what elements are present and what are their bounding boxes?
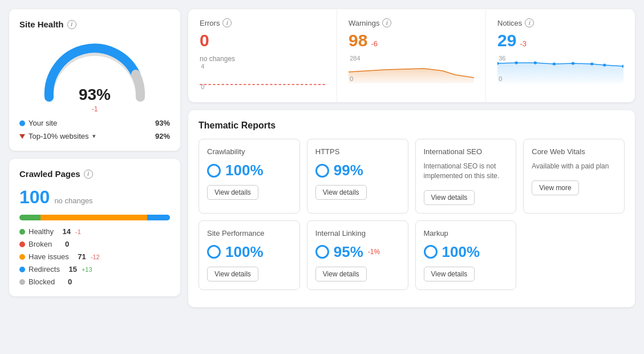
warnings-delta: -6: [371, 39, 378, 48]
core-web-vitals-btn[interactable]: View more: [532, 180, 578, 195]
internal-linking-label: Internal Linking: [315, 229, 400, 238]
stat-have-issues: Have issues 71 -12: [19, 252, 170, 261]
gauge-percent: 93%: [79, 86, 111, 103]
svg-point-13: [603, 64, 606, 67]
broken-label: Broken: [29, 240, 52, 248]
thematic-row-2: Site Performance 100% View details Inter…: [199, 220, 625, 290]
intl-seo-note: International SEO is not implemented on …: [424, 162, 508, 181]
top10-value: 92%: [155, 132, 170, 140]
stat-redirects: Redirects 15 +13: [19, 265, 170, 273]
crawlability-label: Crawlability: [207, 147, 291, 156]
errors-number: 0: [200, 31, 209, 50]
metrics-row: Errors i 0 no changes 4 0 Warnings i: [188, 9, 635, 102]
svg-point-12: [590, 63, 594, 66]
markup-pct: 100%: [424, 243, 508, 261]
errors-label: Errors i: [200, 18, 325, 27]
https-view-btn[interactable]: View details: [315, 185, 367, 200]
crawled-pages-card: Crawled Pages i 100 no changes Healthy 1…: [9, 159, 180, 296]
thematic-reports-card: Thematic Reports Crawlability 100% View …: [188, 110, 635, 307]
redirects-dot: [19, 267, 25, 272]
crawlability-view-btn[interactable]: View details: [207, 185, 258, 200]
core-web-vitals-label: Core Web Vitals: [532, 147, 616, 156]
redirects-delta: +13: [82, 266, 99, 273]
thematic-site-performance: Site Performance 100% View details: [199, 220, 300, 290]
https-label: HTTPS: [315, 147, 400, 156]
dashboard: Site Health i 93% -1: [9, 9, 635, 307]
thematic-row-1: Crawlability 100% View details HTTPS 99%…: [199, 139, 625, 214]
https-value: 99%: [334, 162, 363, 179]
your-site-legend: Your site 93%: [19, 119, 170, 127]
warnings-number: 98: [349, 31, 367, 50]
warnings-label-text: Warnings: [349, 19, 379, 27]
svg-text:36: 36: [499, 55, 505, 62]
crawlability-pct: 100%: [207, 162, 291, 179]
site-performance-view-btn[interactable]: View details: [207, 267, 258, 281]
chevron-down-icon[interactable]: ▾: [92, 132, 96, 140]
have-issues-dot: [19, 254, 25, 260]
errors-label-text: Errors: [200, 19, 220, 27]
internal-linking-pct: 95% -1%: [315, 243, 400, 261]
svg-text:284: 284: [350, 55, 361, 61]
site-performance-pct: 100%: [207, 243, 291, 261]
intl-seo-view-btn[interactable]: View details: [424, 190, 475, 205]
intl-seo-label: International SEO: [424, 147, 508, 156]
progress-healthy: [19, 215, 40, 220]
your-site-label: Your site: [29, 119, 57, 127]
top10-legend: Top-10% websites ▾ 92%: [19, 132, 170, 140]
crawled-pages-label: Crawled Pages: [19, 169, 80, 179]
stat-healthy: Healthy 14 -1: [19, 227, 170, 236]
svg-point-8: [515, 62, 518, 65]
https-pct: 99%: [315, 162, 400, 179]
errors-info-icon[interactable]: i: [222, 18, 232, 27]
thematic-title: Thematic Reports: [199, 120, 625, 131]
thematic-empty: [523, 220, 625, 290]
svg-text:0: 0: [350, 75, 353, 82]
errors-sub: no changes: [200, 55, 325, 63]
right-column: Errors i 0 no changes 4 0 Warnings i: [188, 9, 635, 307]
https-ring: [315, 164, 329, 178]
your-site-dot: [19, 120, 25, 126]
site-health-info-icon[interactable]: i: [67, 20, 76, 29]
markup-ring: [424, 245, 438, 259]
warnings-sparkline: 284 0: [349, 55, 474, 83]
redirects-label: Redirects: [29, 265, 60, 273]
gauge-container: 93% -1: [19, 37, 170, 113]
site-health-card: Site Health i 93% -1: [9, 9, 180, 151]
crawled-count: 100 no changes: [19, 187, 93, 208]
internal-linking-view-btn[interactable]: View details: [315, 267, 367, 281]
internal-linking-delta: -1%: [368, 248, 380, 256]
stat-broken: Broken 0: [19, 240, 170, 248]
thematic-crawlability: Crawlability 100% View details: [199, 139, 300, 214]
thematic-core-web-vitals: Core Web Vitals Available with a paid pl…: [523, 139, 625, 214]
svg-point-11: [572, 62, 575, 65]
notices-number: 29: [497, 31, 516, 50]
notices-label-text: Notices: [497, 19, 522, 27]
crawled-progress-bar: [19, 215, 170, 220]
healthy-label: Healthy: [29, 227, 54, 236]
errors-card: Errors i 0 no changes 4 0: [188, 9, 337, 102]
warnings-card: Warnings i 98 -6 284: [337, 9, 486, 102]
site-performance-value: 100%: [225, 243, 264, 261]
markup-view-btn[interactable]: View details: [424, 267, 475, 281]
notices-info-icon[interactable]: i: [525, 18, 534, 27]
blocked-value: 0: [58, 277, 72, 286]
top10-icon: [19, 134, 25, 139]
healthy-delta: -1: [75, 228, 92, 235]
your-site-value: 93%: [155, 119, 170, 127]
have-issues-delta: -12: [91, 254, 108, 260]
crawlability-ring: [207, 164, 221, 178]
blocked-dot: [19, 279, 25, 285]
warnings-info-icon[interactable]: i: [382, 18, 391, 27]
thematic-intl-seo: International SEO International SEO is n…: [415, 139, 517, 214]
site-health-label: Site Health: [19, 19, 64, 29]
crawled-number: 100: [19, 187, 50, 208]
have-issues-value: 71: [72, 252, 86, 261]
notices-card: Notices i 29 -3: [486, 9, 635, 102]
healthy-value: 14: [57, 227, 71, 236]
warnings-value: 98 -6: [349, 31, 378, 50]
crawled-info-icon[interactable]: i: [84, 170, 93, 179]
progress-redirects: [147, 215, 170, 220]
crawled-no-changes: no changes: [54, 196, 92, 205]
thematic-internal-linking: Internal Linking 95% -1% View details: [307, 220, 408, 290]
svg-text:0: 0: [201, 83, 204, 90]
